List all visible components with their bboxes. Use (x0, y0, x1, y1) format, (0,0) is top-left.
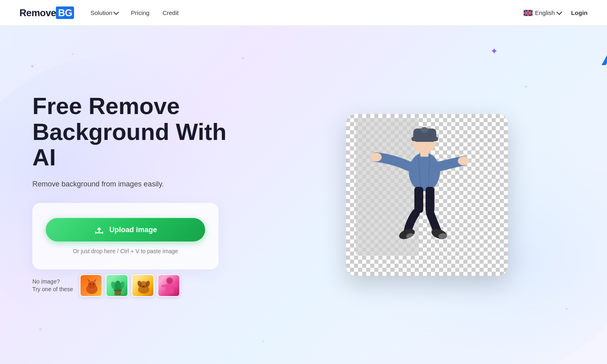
sample-thumb-person[interactable] (157, 274, 180, 297)
preview-person-image (354, 118, 484, 256)
logo-remove: Remove (19, 7, 56, 18)
sample-thumb-dog[interactable] (132, 274, 154, 297)
upload-dropzone[interactable]: Upload image Or just drop here / Ctrl + … (32, 203, 219, 269)
svg-rect-30 (173, 285, 178, 287)
logo-text: RemoveBG (19, 7, 74, 19)
svg-marker-13 (87, 278, 90, 282)
sample-section: No image? Try one of these (32, 274, 231, 297)
no-image-text: No image? (32, 278, 60, 285)
pricing-label: Pricing (131, 9, 150, 16)
nav-credit-link[interactable]: Credit (162, 9, 178, 16)
upload-button-label: Upload image (109, 226, 157, 234)
hero-right: AI ✦ ✦ ✦ (263, 26, 607, 364)
hero-title-line2: Background With AI (32, 119, 227, 171)
hero-left: Free Remove Background With AI Remove ba… (0, 26, 263, 364)
language-selector[interactable]: English (524, 9, 561, 16)
svg-rect-45 (420, 151, 429, 157)
svg-point-36 (409, 152, 440, 191)
sample-thumbnails (80, 274, 180, 297)
upload-button[interactable]: Upload image (46, 218, 205, 241)
nav-solution-link[interactable]: Solution (90, 9, 118, 16)
svg-point-12 (88, 281, 96, 288)
plant-thumbnail-image (106, 275, 127, 296)
svg-rect-34 (412, 137, 438, 141)
hero-section: Free Remove Background With AI Remove ba… (0, 26, 607, 364)
svg-point-35 (421, 127, 428, 133)
nav-links: Solution Pricing Credit (90, 9, 178, 17)
hero-title-line1: Free Remove (32, 93, 180, 119)
svg-point-16 (93, 283, 94, 285)
svg-point-37 (371, 152, 382, 161)
login-button[interactable]: Login (571, 9, 588, 16)
hero-title: Free Remove Background With AI (32, 93, 231, 170)
solution-chevron-icon (113, 9, 119, 15)
svg-marker-14 (93, 278, 97, 282)
solution-label: Solution (90, 9, 112, 16)
svg-rect-29 (161, 285, 166, 287)
ai-label-decoration: AI (602, 40, 607, 70)
svg-point-38 (458, 157, 469, 165)
sample-thumb-plant[interactable] (106, 274, 128, 297)
preview-image-container (346, 114, 508, 276)
sparkle-purple-icon: ✦ (490, 46, 498, 57)
svg-rect-10 (95, 233, 103, 233)
nav-pricing-link[interactable]: Pricing (131, 9, 150, 16)
logo-bg: BG (56, 6, 74, 19)
svg-point-15 (89, 283, 91, 285)
language-label: English (535, 9, 555, 16)
upload-icon (94, 224, 104, 235)
credit-label: Credit (162, 9, 178, 16)
try-text: Try one of these (32, 286, 73, 292)
hero-subtitle: Remove background from images easily. (32, 180, 231, 188)
flag-icon (524, 10, 533, 16)
cat-thumbnail-image (81, 275, 102, 296)
svg-point-26 (142, 286, 145, 287)
logo[interactable]: RemoveBG (19, 7, 74, 19)
sample-label: No image? Try one of these (32, 278, 73, 294)
svg-point-42 (406, 233, 415, 239)
sample-thumb-cat[interactable] (80, 274, 102, 297)
language-chevron-icon (556, 9, 562, 15)
svg-point-27 (166, 277, 173, 284)
svg-point-44 (439, 233, 448, 239)
drop-hint: Or just drop here / Ctrl + V to paste im… (73, 248, 178, 254)
nav-right: English Login (524, 9, 588, 16)
svg-rect-28 (166, 284, 174, 294)
navbar: RemoveBG Solution Pricing Credit (0, 0, 607, 26)
person-thumbnail-image (158, 275, 179, 296)
dog-thumbnail-image (132, 275, 153, 296)
